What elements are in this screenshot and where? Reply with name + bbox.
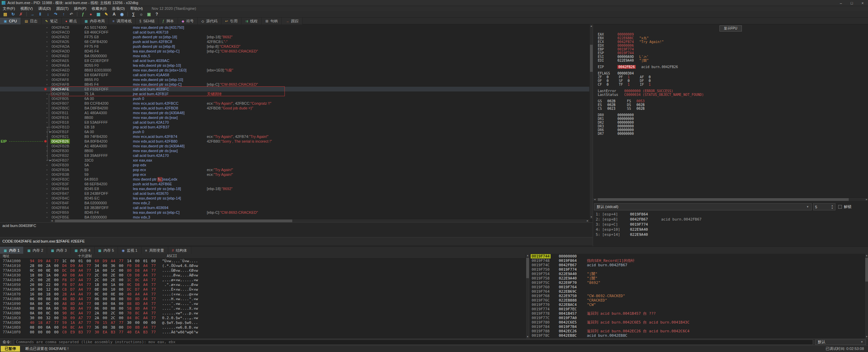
disasm-row[interactable]: 0042FB47E8 243BFDFFcall acid burn.403670 <box>0 191 589 196</box>
maximize-button[interactable]: □ <box>846 0 857 6</box>
stack-row[interactable]: 0019F754022E9A40"|闎" <box>529 272 864 276</box>
memory-row[interactable]: 77A410C030 00 32 00 30 09 A7 77 2A 00 2C… <box>0 316 525 320</box>
disasm-row[interactable]: 0042FAEA8D55 F0lea edx,dword ptr ss:[ebp… <box>0 63 589 68</box>
disasm-row[interactable]: 0042FB2BA1 480A4300mov eax,dword ptr ds:… <box>0 144 589 148</box>
calling-convention-select[interactable]: 默认 (stdcall) ▼ <box>594 203 812 210</box>
disasm-row[interactable]: 0042FB598D45 F4lea eax,dword ptr ss:[ebp… <box>0 210 589 215</box>
tab-breakpoints[interactable]: ●断点 <box>62 18 81 24</box>
disasm-row[interactable]: 0042FB168B00mov eax,dword ptr ds:[eax] <box>0 115 589 120</box>
help-icon[interactable]: ? <box>153 11 161 17</box>
restart-icon[interactable]: ↻ <box>9 11 17 17</box>
memory-vscroll-thumb[interactable] <box>526 258 529 278</box>
command-mode-select[interactable]: 默认 ▼ <box>815 339 866 345</box>
stack-row[interactable]: 0019F768022E9750"CW-8692-CRACKED" <box>529 294 864 298</box>
stack-row[interactable]: 0019F7480019F864指向SEH_Record[1]的指针 <box>529 258 864 263</box>
tab-trace[interactable]: →跟踪 <box>282 18 302 24</box>
register-row-laststatus[interactable]: LastStatusC0000034 (STATUS_OBJECT_NAME_N… <box>593 93 864 97</box>
stack-vscroll-thumb[interactable] <box>865 258 868 282</box>
register-row-dr1[interactable]: DR100000000 <box>593 117 864 121</box>
tab-handles[interactable]: ⊞句柄 <box>262 18 282 24</box>
disasm-row[interactable]: 0042FB3F68 6EFB4200push acid burn.42FB6E <box>0 182 589 186</box>
argument-row[interactable]: 3:[esp+C]0019F774 <box>594 222 867 227</box>
register-row[interactable]: GS002BFS0053 <box>593 99 864 103</box>
open-file-icon[interactable]: ▤ <box>1 11 9 17</box>
disasm-row[interactable]: 0042FB4FBA 02000000mov edx,2 <box>0 201 589 205</box>
disasm-row[interactable]: 0042FB54E8 3B3BFDFFcall acid burn.403694 <box>0 205 589 210</box>
stack-row[interactable]: 0019F74400000000 <box>529 254 864 258</box>
breakpoints-icon[interactable]: ● <box>87 11 95 17</box>
stack-row[interactable]: 0019F7800042C6E5返回到 acid burn.0042C6E5 自… <box>529 320 864 325</box>
scroll-right-arrow-icon[interactable]: ► <box>586 219 589 222</box>
disasm-row[interactable]: 0042FB056A 00push 0 <box>0 96 589 101</box>
register-row-dr0[interactable]: DR000000000 <box>593 113 864 117</box>
stack-row[interactable]: 0019F7840019F7B4 <box>529 325 864 329</box>
run-icon[interactable]: → <box>28 11 36 17</box>
stack-row[interactable]: 0019F7500019F774 <box>529 267 864 272</box>
register-row[interactable]: ZF0PF1AF0 <box>593 75 864 79</box>
scroll-left-arrow-icon[interactable]: ◄ <box>50 219 54 222</box>
calculator-icon[interactable]: ∑ <box>130 11 137 17</box>
register-row-eax[interactable]: EAX00000009 <box>593 33 864 36</box>
register-row-dr7[interactable]: DR700000000 <box>593 132 864 136</box>
stack-row[interactable]: 0019F770022EBAC4"CW" <box>529 303 864 307</box>
memory-row[interactable]: 77A410D040 18 A7 77 59 1A A7 77 70 15 A7… <box>0 320 525 325</box>
scroll-left-arrow-icon[interactable]: ◄ <box>593 198 596 201</box>
disasm-row[interactable]: 0042FAC8A1 50174300mov eax,dword ptr ds:… <box>0 25 589 30</box>
disasm-vertical-scrollbar[interactable]: ▲ ▼ <box>589 24 593 219</box>
tab-memory-1[interactable]: ▦内存 1 <box>0 247 24 254</box>
tab-struct[interactable]: #结构体 <box>168 247 191 254</box>
menu-view[interactable]: 视图(V) <box>18 6 36 11</box>
disasm-row[interactable]: 0042FB0CBA D8FB4200mov edx,acid burn.42F… <box>0 106 589 110</box>
register-row[interactable]: CS0023SS002B <box>593 107 864 110</box>
execute-till-return-icon[interactable]: ↑ <box>60 11 67 17</box>
disasm-row[interactable]: 0042FADD8D45 F4lea eax,dword ptr ss:[ebp… <box>0 49 589 54</box>
close-debuggee-icon[interactable]: ✗ <box>17 11 25 17</box>
menu-plugins[interactable]: 插件(P) <box>71 6 89 11</box>
memory-row[interactable]: 77A4101028 00 2A 00 D4 D9 A4 77 34 00 36… <box>0 264 525 268</box>
disasm-row[interactable]: 0042FB1DEB 18jmp acid burn.42FB37 <box>0 125 589 129</box>
memory-row[interactable]: 77A410E008 00 0A 00 04 8C A4 77 36 00 38… <box>0 325 525 330</box>
memory-map-icon[interactable]: ▦ <box>95 11 102 17</box>
scroll-down-arrow-icon[interactable]: ▼ <box>590 215 593 219</box>
scroll-right-arrow-icon[interactable]: ► <box>865 198 868 201</box>
patch-icon[interactable]: ✎ <box>102 11 110 17</box>
tab-call-stack[interactable]: ≡调用堆栈 <box>109 18 136 24</box>
disasm-row[interactable]: 0042FB4C8D45 EClea eax,dword ptr ss:[ebp… <box>0 196 589 201</box>
stack-row[interactable]: 0019F7740019F7EC <box>529 307 864 311</box>
disasm-row[interactable]: 0042FAF88B55 F0mov edx,dword ptr ss:[ebp… <box>0 77 589 82</box>
step-back-icon[interactable]: ↶ <box>67 11 75 17</box>
step-over-icon[interactable]: ↷ <box>52 11 60 17</box>
tab-log[interactable]: ▤日志 <box>21 18 41 24</box>
show-fpu-button[interactable]: 显示FPU <box>719 25 742 32</box>
tab-watch-1[interactable]: ◉监视 1 <box>118 247 141 254</box>
memory-row[interactable]: 77A410200C 00 0E 00 DC D8 A4 77 1A 00 1C… <box>0 268 525 273</box>
disasm-row[interactable]: 0042FAD2FF75 E8push dword ptr ss:[ebp-18… <box>0 35 589 39</box>
disasm-row[interactable]: 0042FAED8B83 E0010000mov eax,dword ptr d… <box>0 68 589 73</box>
menu-options[interactable]: 选项(O) <box>109 6 127 11</box>
tab-seh[interactable]: §SEH链 <box>136 18 159 24</box>
tab-source[interactable]: ◇源代码 <box>198 18 221 24</box>
stack-row[interactable]: 0019F758022E9A40"|闎" <box>529 276 864 281</box>
argument-row[interactable]: 2:[esp+8]0042FB67acid burn.0042FB67 <box>594 217 867 222</box>
disasm-vscroll-thumb[interactable] <box>590 45 593 72</box>
tab-memory-2[interactable]: ▦内存 2 <box>24 247 47 254</box>
stack-row[interactable]: 0019F76C022EB888"CRACKED" <box>529 298 864 303</box>
memory-row[interactable]: 77A4106010 00 12 00 C8 D7 A4 77 0E 00 10… <box>0 287 525 292</box>
register-row-esi[interactable]: ESI00000A9DL'ઝ' <box>593 55 864 59</box>
register-row[interactable]: OF0SF0DF0 <box>593 79 864 83</box>
disasm-row[interactable]: 0042FAFB8B45 F4mov eax,dword ptr ss:[ebp… <box>0 82 589 87</box>
disasm-row[interactable]: 0042FB21B9 74FB4200mov ecx,acid burn.42F… <box>0 134 589 139</box>
disasm-row[interactable]: 0042FB395Apop edx <box>0 163 589 167</box>
memory-row[interactable]: 77A4107016 00 18 00 28 A4 A4 77 0C 00 0E… <box>0 292 525 297</box>
register-row-ecx[interactable]: ECX0042FB74"Try Again!" <box>593 40 864 44</box>
stack-vertical-scrollbar[interactable]: ▲ ▼ <box>865 254 868 338</box>
disasm-row[interactable]: 0042FAFEE8 F93EFDFFcall acid burn.4039FC <box>0 87 589 91</box>
menu-file[interactable]: 文件(F) <box>0 6 18 11</box>
memory-row[interactable]: 77A4105020 00 22 00 F8 D7 A4 77 18 00 1A… <box>0 283 525 287</box>
breakpoint-dot[interactable] <box>44 140 47 143</box>
register-row-dr2[interactable]: DR200000000 <box>593 121 864 124</box>
memory-row[interactable]: 77A410A008 00 0A 00 98 8D A4 77 06 00 08… <box>0 306 525 311</box>
scroll-up-arrow-icon[interactable]: ▲ <box>526 254 529 257</box>
disasm-row[interactable]: 0042FADAFF75 F8push dword ptr ss:[ebp-8]… <box>0 44 589 49</box>
stack-row[interactable]: 0019F75C022E0F70"8692" <box>529 281 864 285</box>
